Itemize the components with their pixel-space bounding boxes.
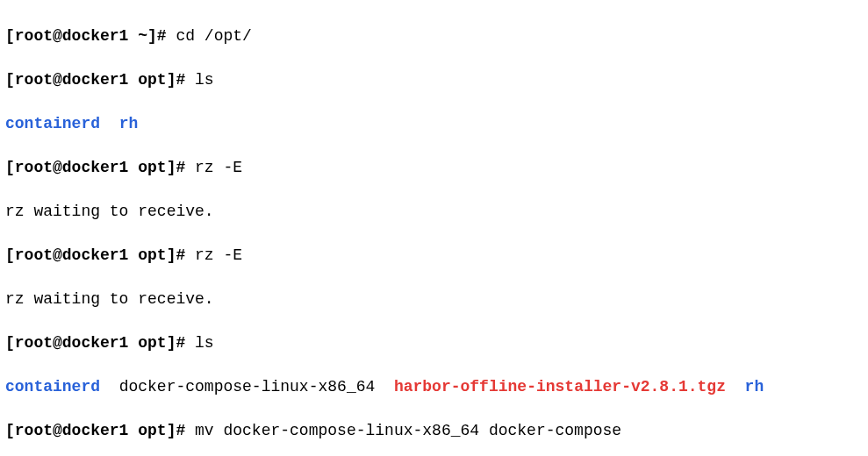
archive-entry: harbor-offline-installer-v2.8.1.tgz	[394, 378, 726, 395]
command-text: rz -E	[195, 159, 242, 176]
output-text: rz waiting to receive.	[5, 201, 863, 223]
term-line: [root@docker1 opt]# rz -E	[5, 157, 863, 179]
dir-entry: rh	[119, 115, 139, 132]
dir-entry: rh	[745, 378, 764, 395]
shell-prompt: [root@docker1 opt]#	[5, 334, 195, 352]
term-line: containerd rh	[5, 113, 863, 135]
shell-prompt: [root@docker1 opt]#	[5, 71, 195, 89]
term-line: [root@docker1 opt]# ls	[5, 332, 863, 354]
shell-prompt: [root@docker1 opt]#	[5, 422, 195, 439]
shell-prompt: [root@docker1 ~]#	[5, 27, 176, 45]
shell-prompt: [root@docker1 opt]#	[5, 159, 195, 176]
file-entry: docker-compose-linux-x86_64	[119, 378, 376, 395]
output-text: rz waiting to receive.	[5, 289, 863, 310]
command-text: cd /opt/	[176, 27, 251, 45]
term-line: [root@docker1 ~]# cd /opt/	[5, 25, 863, 47]
term-line: containerd docker-compose-linux-x86_64 h…	[5, 376, 863, 398]
term-line: [root@docker1 opt]# rz -E	[5, 245, 863, 267]
dir-entry: containerd	[5, 115, 100, 132]
command-text: rz -E	[195, 246, 242, 264]
dir-entry: containerd	[5, 378, 100, 395]
shell-prompt: [root@docker1 opt]#	[5, 246, 195, 264]
command-text: mv docker-compose-linux-x86_64 docker-co…	[195, 422, 621, 439]
terminal-output[interactable]: [root@docker1 ~]# cd /opt/ [root@docker1…	[0, 0, 868, 456]
command-text: ls	[195, 71, 214, 89]
term-line: [root@docker1 opt]# ls	[5, 69, 863, 91]
term-line: [root@docker1 opt]# mv docker-compose-li…	[5, 420, 863, 442]
command-text: ls	[195, 334, 214, 352]
